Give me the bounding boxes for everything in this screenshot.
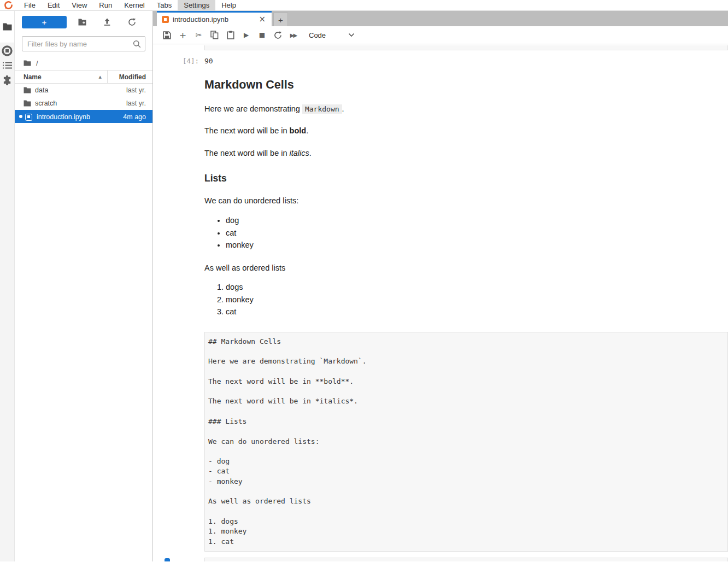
raw-cell-editor[interactable]: ## Markdown Cells Here we are demonstrat… bbox=[204, 332, 728, 552]
file-list-item[interactable]: scratch last yr. bbox=[15, 97, 152, 110]
open-file-dot-icon bbox=[19, 115, 22, 118]
close-tab-icon[interactable]: × bbox=[257, 15, 267, 24]
copy-icon[interactable] bbox=[207, 28, 222, 42]
name-column-label: Name bbox=[24, 73, 42, 81]
sidebar-lower-strip bbox=[0, 43, 14, 561]
tab-bar: introduction.ipynb × + bbox=[153, 11, 728, 26]
markdown-paragraph-code: Here we are demonstrating Markdown. bbox=[204, 104, 728, 115]
run-icon[interactable]: ▶ bbox=[238, 28, 254, 42]
home-folder-icon[interactable] bbox=[24, 60, 31, 66]
file-browser-panel: + bbox=[15, 11, 153, 561]
menu-item[interactable]: Tabs bbox=[151, 0, 178, 11]
empty-code-cell: [ ]: bbox=[153, 558, 728, 561]
markdown-cell-gutter bbox=[153, 65, 204, 321]
notebook-file-icon bbox=[25, 114, 32, 121]
ordered-list: dogsmonkeycat bbox=[204, 281, 728, 318]
menu-item[interactable]: File bbox=[18, 0, 42, 11]
notebook-content: [4]: 90 Markdown Cells Here we are demon… bbox=[153, 44, 728, 561]
cell-type-dropdown[interactable]: Code bbox=[309, 31, 355, 39]
file-browser-icon[interactable] bbox=[0, 19, 15, 34]
column-header-modified[interactable]: Modified bbox=[108, 73, 152, 81]
paste-icon[interactable] bbox=[222, 28, 238, 42]
ordered-list-item: monkey bbox=[226, 294, 728, 306]
unordered-list-intro: We can do unordered lists: bbox=[204, 196, 728, 207]
menu-item[interactable]: View bbox=[66, 0, 93, 11]
file-name: scratch bbox=[35, 99, 126, 107]
file-browser-actions bbox=[70, 15, 144, 30]
stop-icon[interactable]: ■ bbox=[254, 28, 270, 42]
unordered-list-item: cat bbox=[226, 227, 728, 239]
previous-cell-editor-clipped[interactable] bbox=[204, 45, 728, 50]
unordered-list: dogcatmonkey bbox=[204, 214, 728, 251]
unordered-list-item: monkey bbox=[226, 239, 728, 251]
output-cell: [4]: 90 bbox=[153, 55, 728, 65]
file-list: data last yr. scratch last yr. bbox=[15, 84, 152, 123]
restart-kernel-icon[interactable] bbox=[270, 28, 286, 42]
markdown-h3: Lists bbox=[204, 173, 728, 184]
save-icon[interactable] bbox=[159, 28, 175, 42]
new-tab-button[interactable]: + bbox=[273, 13, 288, 26]
column-header-name[interactable]: Name ▲ bbox=[15, 73, 107, 81]
file-modified: last yr. bbox=[126, 86, 152, 94]
insert-cell-icon[interactable]: + bbox=[175, 28, 191, 42]
breadcrumb: / bbox=[15, 56, 152, 70]
restart-run-all-icon[interactable]: ▶▶ bbox=[286, 28, 302, 42]
menu-item[interactable]: Edit bbox=[42, 0, 66, 11]
chevron-down-icon bbox=[348, 33, 355, 37]
file-type-icon bbox=[24, 100, 31, 107]
ordered-list-item: dogs bbox=[226, 281, 728, 294]
menu-item[interactable]: Kernel bbox=[118, 0, 151, 11]
main-area: introduction.ipynb × + + ✂ bbox=[153, 11, 728, 561]
output-prompt: [4]: bbox=[153, 55, 204, 65]
notebook-toolbar: + ✂ ▶ ■ bbox=[153, 26, 728, 44]
search-icon bbox=[133, 40, 141, 48]
markdown-paragraph-bold: The next word will be in bold. bbox=[204, 126, 728, 137]
extensions-icon[interactable] bbox=[0, 73, 15, 87]
ordered-list-intro: As well as ordered lists bbox=[204, 263, 728, 274]
filter-files-input[interactable] bbox=[22, 36, 145, 51]
file-list-item[interactable]: introduction.ipynb 4m ago bbox=[15, 110, 152, 123]
new-folder-icon[interactable] bbox=[74, 15, 90, 30]
tab-introduction-ipynb[interactable]: introduction.ipynb × bbox=[157, 11, 272, 26]
running-sessions-icon[interactable] bbox=[0, 43, 15, 58]
new-launcher-button[interactable]: + bbox=[22, 16, 67, 28]
bold-text: bold bbox=[290, 126, 307, 135]
markdown-rendered-cell[interactable]: Markdown Cells Here we are demonstrating… bbox=[153, 65, 728, 321]
file-type-icon bbox=[24, 87, 31, 94]
file-list-header: Name ▲ Modified bbox=[15, 70, 152, 84]
menu-items: FileEditViewRunKernelTabsSettingsHelp bbox=[18, 0, 242, 11]
app-swirl-icon bbox=[4, 1, 13, 10]
menu-item[interactable]: Run bbox=[93, 0, 118, 11]
table-of-contents-icon[interactable] bbox=[0, 58, 15, 73]
empty-cell-editor[interactable] bbox=[204, 558, 728, 561]
file-type-icon bbox=[25, 114, 33, 121]
file-modified: 4m ago bbox=[123, 113, 152, 121]
active-cell-collapser[interactable] bbox=[165, 558, 170, 561]
markdown-paragraph-italic: The next word will be in italics. bbox=[204, 148, 728, 159]
upload-icon[interactable] bbox=[99, 15, 115, 30]
notebook-tab-icon bbox=[162, 16, 169, 23]
cell-type-value: Code bbox=[309, 31, 326, 39]
cut-icon[interactable]: ✂ bbox=[191, 28, 207, 42]
filter-files-field bbox=[22, 36, 145, 51]
input-prompt: [ ]: bbox=[153, 558, 204, 561]
inline-code: Markdown bbox=[302, 104, 342, 114]
menu-item[interactable]: Help bbox=[215, 0, 242, 11]
markdown-rendered-body: Markdown Cells Here we are demonstrating… bbox=[204, 65, 728, 321]
raw-markdown-source-cell: ## Markdown Cells Here we are demonstrat… bbox=[153, 332, 728, 552]
output-value: 90 bbox=[204, 55, 213, 65]
menu-item[interactable]: Settings bbox=[178, 0, 215, 11]
breadcrumb-root[interactable]: / bbox=[36, 59, 38, 67]
file-browser-toolbar: + bbox=[15, 11, 152, 33]
unordered-list-item: dog bbox=[226, 214, 728, 227]
file-modified: last yr. bbox=[126, 99, 152, 107]
sort-ascending-icon: ▲ bbox=[99, 75, 102, 79]
file-name: data bbox=[35, 86, 126, 94]
refresh-icon[interactable] bbox=[124, 15, 140, 30]
file-list-item[interactable]: data last yr. bbox=[15, 84, 152, 97]
sidebar-tab-strip bbox=[0, 11, 15, 561]
markdown-h2: Markdown Cells bbox=[204, 78, 728, 92]
tab-title: introduction.ipynb bbox=[173, 15, 254, 24]
menu-bar: FileEditViewRunKernelTabsSettingsHelp bbox=[0, 0, 728, 11]
file-name: introduction.ipynb bbox=[37, 113, 123, 121]
